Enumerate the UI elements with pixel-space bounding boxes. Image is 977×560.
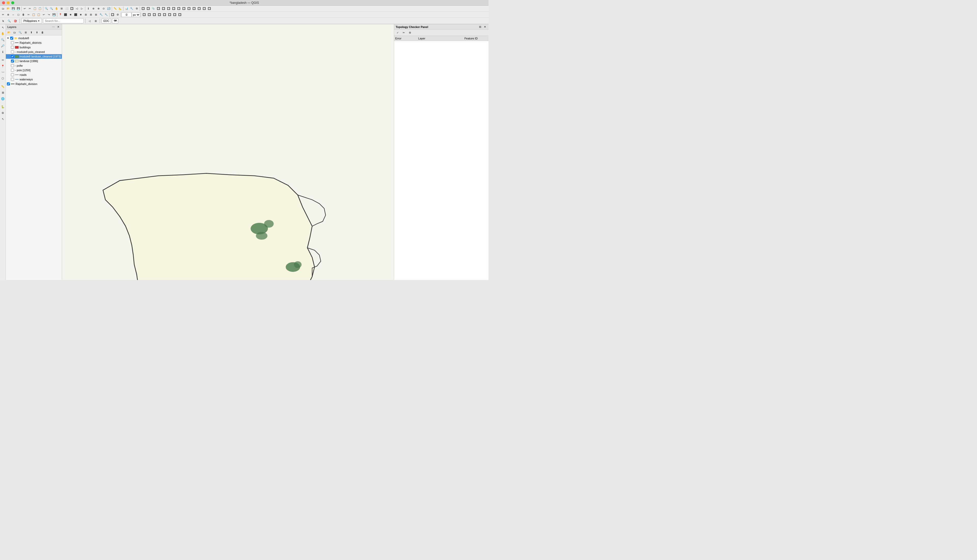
measure-tool-btn[interactable]: 📏 — [0, 84, 6, 89]
identify-tool-btn[interactable]: ℹ — [0, 49, 6, 55]
tool-k[interactable]: 🔲 — [191, 6, 197, 11]
pan-btn[interactable]: ✋ — [54, 6, 59, 11]
tool-h[interactable]: 🔲 — [176, 6, 181, 11]
stats-btn[interactable]: 📊 — [124, 6, 129, 11]
open-project-btn[interactable]: 📂 — [6, 6, 11, 11]
tool-d[interactable]: 🔲 — [156, 6, 161, 11]
snap-settings-btn[interactable]: ⚙ — [115, 12, 120, 17]
layer-check-module8-landuse[interactable] — [11, 55, 14, 58]
layer-item-landuse-1986[interactable]: landuse [1986] — [6, 59, 62, 63]
move-feature-btn[interactable]: ↔ — [11, 12, 16, 17]
pointer-left-btn[interactable]: ↖ — [0, 116, 6, 122]
paste-btn[interactable]: 📋 — [37, 6, 42, 11]
select-btn[interactable]: ⊕ — [91, 6, 96, 11]
panel-close-btn[interactable]: ✕ — [56, 25, 60, 29]
layer-item-pofw[interactable]: • pofw — [6, 63, 62, 68]
tool-a[interactable]: 🔲 — [141, 6, 146, 11]
paste-feature-btn[interactable]: 📋 — [36, 12, 41, 17]
zoom-layer-btn[interactable]: 🔲 — [69, 6, 74, 11]
minimize-button[interactable] — [7, 1, 10, 4]
adv-btn-h[interactable]: ⊞ — [94, 12, 99, 17]
tool-f[interactable]: 🔲 — [166, 6, 171, 11]
pointer-tool-btn[interactable]: 🖱 — [0, 18, 6, 23]
unit-select[interactable]: px — [132, 12, 140, 17]
layer-item-pois-1250[interactable]: • pois [1250] — [6, 68, 62, 72]
panel-options-btn[interactable]: ⋯ — [52, 25, 55, 29]
field-calc-btn[interactable]: 🔧 — [129, 6, 134, 11]
extra-r2-a[interactable]: 🔲 — [142, 12, 147, 17]
undo-edits-btn[interactable]: ↩ — [41, 12, 46, 17]
zoom-prev-btn[interactable]: ◁ — [74, 6, 79, 11]
settings-topology-btn[interactable]: ⚙ — [407, 30, 412, 35]
copy-btn[interactable]: 📋 — [32, 6, 37, 11]
adv-btn-e[interactable]: ◾ — [78, 12, 83, 17]
extra-r2-f[interactable]: 🔲 — [167, 12, 172, 17]
tool-g[interactable]: 🔲 — [171, 6, 176, 11]
save-as-btn[interactable]: 💾 — [16, 6, 21, 11]
adv-btn-d[interactable]: ⬛ — [73, 12, 78, 17]
new-project-btn[interactable]: 🗂 — [0, 6, 6, 11]
tool-b[interactable]: 🔲 — [146, 6, 151, 11]
layer-item-rajshahi-division[interactable]: Rajshahi_division — [6, 82, 62, 86]
location-dropdown[interactable]: Philippines — [21, 18, 42, 23]
layer-check-pois-1250[interactable] — [11, 69, 14, 72]
open-layer-btn[interactable]: 📂 — [7, 30, 12, 35]
settings-btn[interactable]: ⚙ — [0, 110, 6, 116]
add-points-btn[interactable]: 📍 — [0, 63, 6, 69]
adv-btn-b[interactable]: ⬛ — [63, 12, 68, 17]
zoomin-tool-btn[interactable]: 🔍 — [0, 37, 6, 42]
tool-m[interactable]: 🔲 — [202, 6, 207, 11]
layers-btn[interactable]: ⊞ — [93, 18, 98, 23]
layer-check-pofw[interactable] — [11, 64, 14, 67]
redo-edits-btn[interactable]: ↪ — [46, 12, 52, 17]
maximize-button[interactable] — [11, 1, 14, 4]
python-btn[interactable]: 🐍 — [0, 104, 6, 110]
processing-btn[interactable]: ⚙ — [134, 6, 139, 11]
move-up-btn[interactable]: ⬆ — [29, 30, 34, 35]
save-btn[interactable]: 💾 — [11, 6, 16, 11]
close-panel-btn[interactable]: ✕ — [483, 25, 487, 29]
layer-check-rajshahi-division[interactable] — [7, 82, 10, 85]
adv-btn-j[interactable]: 🔧 — [104, 12, 109, 17]
layer-check-waterways[interactable] — [11, 78, 14, 81]
cut-btn[interactable]: ✂ — [27, 6, 32, 11]
tool-l[interactable]: 🔲 — [197, 6, 202, 11]
target-btn[interactable]: 🎯 — [13, 18, 18, 23]
layer-item-buildings[interactable]: buildings — [6, 45, 62, 50]
edc-btn[interactable]: EDC — [102, 18, 111, 23]
add-polygon-btn[interactable]: ⬡ — [0, 75, 6, 81]
window-controls[interactable] — [2, 1, 14, 4]
layer-item-module8-landuse[interactable]: module8 landuse_cleaned [1973] — [6, 54, 62, 59]
zoom-window-btn[interactable]: 🔍 — [7, 18, 12, 23]
zoom-full-btn[interactable]: ⊞ — [59, 6, 64, 11]
save-edits-btn[interactable]: 💾 — [52, 12, 57, 17]
zoomout-tool-btn[interactable]: 🔎 — [0, 43, 6, 48]
layer-check-module8-pois[interactable] — [11, 50, 14, 53]
extra-r2-e[interactable]: 🔲 — [162, 12, 167, 17]
extra-r2-d[interactable]: 🔲 — [157, 12, 162, 17]
layer-item-rajshahi-districts[interactable]: Rajshahi_districts — [6, 40, 62, 45]
delete-selected-btn[interactable]: 🗑 — [21, 12, 26, 17]
extra-r2-h[interactable]: 🔲 — [177, 12, 182, 17]
layer-check-roads[interactable] — [11, 73, 14, 76]
tool-n[interactable]: 🔲 — [207, 6, 212, 11]
extra-r2-b[interactable]: 🔲 — [147, 12, 152, 17]
layer-item-roads[interactable]: roads — [6, 72, 62, 77]
edit-features-btn[interactable]: ✏ — [0, 57, 6, 63]
globe-btn[interactable]: 🌐 — [0, 96, 6, 102]
node-tool-btn[interactable]: ◻ — [16, 12, 21, 17]
layer-item-module8[interactable]: ▼ 📁 module8 — [6, 36, 62, 40]
undo-btn[interactable]: ↩ — [22, 6, 27, 11]
panel-header-controls[interactable]: ⋯ ✕ — [52, 25, 60, 29]
layer-item-waterways[interactable]: waterways — [6, 77, 62, 82]
add-lines-btn[interactable]: 〰 — [0, 70, 6, 75]
layer-check-rajshahi-districts[interactable] — [11, 41, 14, 44]
adv-btn-i[interactable]: 🔧 — [99, 12, 104, 17]
atlas-tool-btn[interactable]: ⊞ — [0, 90, 6, 95]
layer-check-landuse-1986[interactable] — [11, 60, 14, 63]
float-panel-btn[interactable]: ⊟ — [478, 25, 482, 29]
measure-line-btn[interactable]: 📏 — [112, 6, 118, 11]
zoom-out-btn[interactable]: 🔍 — [49, 6, 54, 11]
layer-check-module8[interactable] — [10, 37, 13, 40]
map-btn[interactable]: 🗺 — [112, 18, 118, 23]
